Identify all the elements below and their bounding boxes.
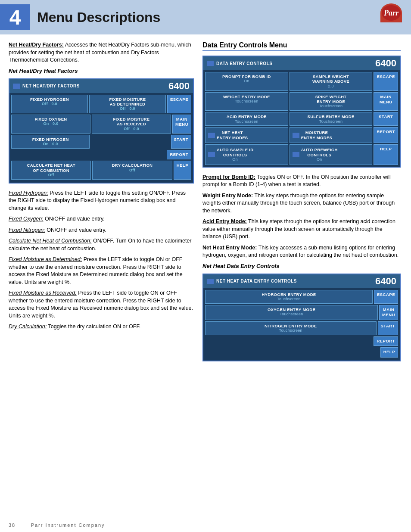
start-btn-nhf[interactable]: START xyxy=(171,135,191,149)
desc-label-1: Fixed Oxygen: xyxy=(9,216,44,222)
desc-item-1: Fixed Oxygen: ON/OFF and value entry. xyxy=(9,215,194,223)
nhf-row-5: CALCULATE NET HEATOF COMBUSTION Off DRY … xyxy=(11,161,191,180)
desc-label-5: Fixed Moisture as Received: xyxy=(9,290,77,296)
dec-section-title: Data Entry Controls Menu xyxy=(202,41,401,51)
start-btn-dec[interactable]: START xyxy=(374,112,398,126)
fixed-oxygen-btn[interactable]: FIXED OXYGEN On 0.0 xyxy=(11,115,90,134)
desc-label-0: Fixed Hydrogen: xyxy=(9,190,48,196)
fixed-moisture-determined-btn[interactable]: FIXED MOISTUREAS DETERMINED Off 0.0 xyxy=(89,95,166,114)
auto-preweigh-btn[interactable]: AUTO PREWEIGHCONTROLSOn xyxy=(290,144,373,165)
fixed-moisture-received-btn[interactable]: FIXED MOISTUREAS RECEIVED Off 0.0 xyxy=(92,115,171,134)
desc-text-2: ON/OFF and value entry. xyxy=(47,227,106,233)
main-content: Net Heat/Dry Factors: Accesses the Net H… xyxy=(0,34,411,374)
nhd-row-3: NITROGEN ENTRY MODE Touchscreen START xyxy=(205,321,398,335)
page-header: 4 Menu Descriptions Parr xyxy=(0,0,411,34)
report-btn-dec[interactable]: REPORT xyxy=(374,127,398,143)
dec-panel-number: 6400 xyxy=(375,58,396,69)
spike-weight-btn[interactable]: SPIKE WEIGHTENTRY MODE Touchscreen xyxy=(290,92,373,111)
report-btn-nhf[interactable]: REPORT xyxy=(167,150,191,159)
sulfur-entry-btn[interactable]: SULFUR ENTRY MODE Touchscreen xyxy=(290,112,373,126)
nhf-panel-wrapper: NET HEAT/DRY FACTORS 6400 FIXED HYDROGEN… xyxy=(9,78,194,184)
nhf-intro-label: Net Heat/Dry Factors: xyxy=(9,42,64,48)
parr-logo: Parr xyxy=(380,3,402,22)
report-btn-nhd[interactable]: REPORT xyxy=(374,336,398,346)
escape-btn-nhd[interactable]: ESCAPE xyxy=(374,290,398,304)
acid-entry-btn[interactable]: ACID ENTRY MODE Touchscreen xyxy=(205,112,288,126)
dec-panel-wrapper: DATA ENTRY CONTROLS 6400 PROMPT FOR BOMB… xyxy=(202,56,401,168)
right-desc-label-3: Net Heat Entry Mode: xyxy=(202,245,257,251)
main-menu-btn-nhf[interactable]: MAINMENU xyxy=(172,115,191,134)
nhf-panel: NET HEAT/DRY FACTORS 6400 FIXED HYDROGEN… xyxy=(9,78,194,184)
main-menu-btn-dec[interactable]: MAINMENU xyxy=(374,92,398,111)
desc-item-6: Dry Calculation: Toggles the dry calcula… xyxy=(9,323,194,331)
nhf-header-title: NET HEAT/DRY FACTORS xyxy=(13,84,80,89)
panel-icon xyxy=(13,84,20,89)
net-heat-entry-btn[interactable]: NET HEATENTRY MODES xyxy=(205,127,288,143)
fixed-hydrogen-btn[interactable]: FIXED HYDROGEN Off 0.0 xyxy=(11,95,88,114)
desc-item-2: Fixed Nitrogen: ON/OFF and value entry. xyxy=(9,227,194,234)
main-menu-btn-nhd[interactable]: MAINMENU xyxy=(379,305,398,320)
logo-area: Parr xyxy=(378,3,404,22)
right-desc-label-0: Prompt for Bomb ID: xyxy=(202,174,255,180)
desc-text-1: ON/OFF and value entry. xyxy=(45,216,105,222)
nhf-panel-number: 6400 xyxy=(168,81,190,92)
dry-calc-btn[interactable]: DRY CALCULATION Off xyxy=(92,161,172,180)
moisture-entry-btn[interactable]: MOISTUREENTRY MODES xyxy=(290,127,373,143)
escape-btn-nhf[interactable]: ESCAPE xyxy=(167,95,191,114)
nhd-panel-header: NET HEAT DATA ENTRY CONTROLS 6400 xyxy=(203,274,400,288)
desc-item-4: Fixed Moisture as Determined: Press the … xyxy=(9,256,194,286)
dec-panel-body: PROMPT FOR BOMB ID On SAMPLE WEIGHTWARNI… xyxy=(203,70,400,167)
dec-panel: DATA ENTRY CONTROLS 6400 PROMPT FOR BOMB… xyxy=(202,56,401,168)
right-desc-2: Acid Entry Mode: This key steps through … xyxy=(202,218,401,241)
nhd-panel-body: HYDROGEN ENTRY MODE Touchscreen ESCAPE O… xyxy=(203,288,400,361)
intro-paragraph: Net Heat/Dry Factors: Accesses the Net H… xyxy=(9,41,194,64)
help-btn-nhd[interactable]: HELP xyxy=(380,347,398,358)
nhf-panel-header: NET HEAT/DRY FACTORS 6400 xyxy=(9,79,193,93)
help-btn-dec[interactable]: HELP xyxy=(374,144,398,165)
oxygen-entry-btn[interactable]: OXYGEN ENTRY MODE Touchscreen xyxy=(205,305,378,320)
sample-weight-btn[interactable]: SAMPLE WEIGHTWARNING ABOVE 2.0 xyxy=(290,72,373,91)
dec-panel-header: DATA ENTRY CONTROLS 6400 xyxy=(203,56,400,70)
nitrogen-entry-btn[interactable]: NITROGEN ENTRY MODE Touchscreen xyxy=(205,321,377,335)
nhf-row-1: FIXED HYDROGEN Off 0.0 FIXED MOISTUREAS … xyxy=(11,95,191,114)
svg-text:Parr: Parr xyxy=(383,9,399,17)
nhf-empty-3 xyxy=(89,150,166,159)
company-name: Parr Instrument Company xyxy=(31,523,105,528)
page-footer: 38 Parr Instrument Company xyxy=(9,523,105,528)
nhf-section-heading: Net Heat/Dry Heat Factors xyxy=(9,68,194,74)
calc-net-heat-btn[interactable]: CALCULATE NET HEATOF COMBUSTION Off xyxy=(11,161,91,180)
auto-sample-icon xyxy=(208,152,215,157)
right-column: Data Entry Controls Menu DATA ENTRY CONT… xyxy=(202,41,401,367)
help-btn-nhf[interactable]: HELP xyxy=(174,161,191,180)
weight-entry-btn[interactable]: WEIGHT ENTRY MODE Touchscreen xyxy=(205,92,288,111)
start-btn-nhd[interactable]: START xyxy=(378,321,398,335)
moisture-icon xyxy=(293,133,299,138)
nhd-panel-number: 6400 xyxy=(375,276,396,287)
nhd-header-title: NET HEAT DATA ENTRY CONTROLS xyxy=(207,279,297,284)
chapter-number: 4 xyxy=(0,4,30,30)
nhd-panel: NET HEAT DATA ENTRY CONTROLS 6400 HYDROG… xyxy=(202,274,401,361)
desc-label-2: Fixed Nitrogen: xyxy=(9,227,45,233)
desc-item-0: Fixed Hydrogen: Press the LEFT side to t… xyxy=(9,190,194,212)
fixed-nitrogen-btn[interactable]: FIXED NITROGEN On 0.0 xyxy=(11,135,90,149)
prompt-bomb-btn[interactable]: PROMPT FOR BOMB ID On xyxy=(205,72,288,91)
right-desc-label-2: Acid Entry Mode: xyxy=(202,218,247,224)
nhf-empty-2 xyxy=(11,150,88,159)
nhf-empty-1 xyxy=(91,135,169,149)
auto-preweigh-icon xyxy=(293,152,299,157)
nhd-section-heading: Net Heat Data Entry Controls xyxy=(202,263,401,269)
nhf-panel-body: FIXED HYDROGEN Off 0.0 FIXED MOISTUREAS … xyxy=(9,93,193,183)
nhd-panel-icon xyxy=(207,279,214,284)
escape-btn-dec[interactable]: ESCAPE xyxy=(374,72,398,91)
nhd-row-1: HYDROGEN ENTRY MODE Touchscreen ESCAPE xyxy=(205,290,398,304)
right-desc-3: Net Heat Entry Mode: This key accesses a… xyxy=(202,244,401,259)
auto-sample-btn[interactable]: AUTO SAMPLE IDCONTROLSOn xyxy=(205,144,288,165)
nhd-row-5: HELP xyxy=(205,347,398,358)
page-number: 38 xyxy=(9,523,16,528)
right-desc-label-1: Weight Entry Mode: xyxy=(202,193,253,199)
dec-panel-icon xyxy=(207,61,214,66)
hydrogen-entry-btn[interactable]: HYDROGEN ENTRY MODE Touchscreen xyxy=(205,290,373,304)
right-desc-0: Prompt for Bomb ID: Toggles ON or OFF. I… xyxy=(202,174,401,189)
desc-label-6: Dry Calculation: xyxy=(9,324,47,330)
desc-item-5: Fixed Moisture as Received: Press the LE… xyxy=(9,289,194,320)
